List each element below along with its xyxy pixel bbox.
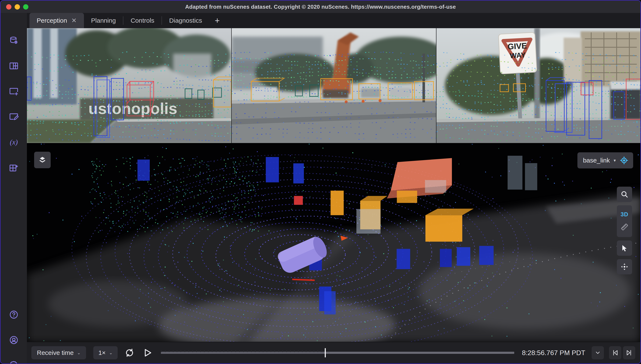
- tab-planning[interactable]: Planning: [84, 13, 123, 28]
- follow-target-icon[interactable]: [619, 156, 628, 165]
- settings-icon[interactable]: [8, 360, 19, 364]
- tab-perception[interactable]: Perception ✕: [30, 13, 84, 28]
- tab-perception-label: Perception: [37, 17, 67, 24]
- account-icon[interactable]: [8, 334, 19, 346]
- add-panel-icon[interactable]: [8, 86, 19, 97]
- tab-controls[interactable]: Controls: [123, 13, 162, 28]
- chevron-down-icon: ⌄: [77, 350, 81, 355]
- pan-tool-button[interactable]: [617, 259, 632, 274]
- chevron-down-icon: [594, 350, 601, 356]
- 3d-lidar-viewport[interactable]: base_link ▾ 3D: [27, 143, 640, 342]
- camera-view-front-left: ustonopolis: [27, 28, 231, 143]
- playhead[interactable]: [325, 348, 326, 358]
- move-icon: [620, 262, 629, 271]
- seek-backward-button[interactable]: [609, 346, 621, 359]
- camera-view-front: [232, 28, 436, 143]
- close-tab-icon[interactable]: ✕: [71, 17, 77, 24]
- data-source-icon[interactable]: [8, 35, 19, 46]
- window-title: Adapted from nuScenes dataset. Copyright…: [185, 4, 456, 10]
- panel-layout-icon[interactable]: [8, 60, 19, 72]
- seek-forward-button[interactable]: [623, 346, 635, 359]
- left-sidebar: (x): [1, 13, 27, 363]
- title-bar: Adapted from nuScenes dataset. Copyright…: [1, 1, 640, 13]
- add-layout-icon[interactable]: [8, 162, 19, 173]
- skip-forward-icon: [625, 349, 633, 356]
- content-area: Perception ✕ Planning Controls Diagnosti…: [27, 13, 640, 363]
- layers-button[interactable]: [34, 152, 51, 168]
- select-tool-button[interactable]: [617, 240, 632, 256]
- play-button[interactable]: [141, 347, 153, 359]
- camera-view-front-right: GIVE WAY: [436, 28, 641, 143]
- search-button[interactable]: [617, 187, 632, 202]
- close-window-button[interactable]: [6, 4, 12, 10]
- timestamp-mode-label: Receive time: [37, 349, 74, 356]
- search-icon: [620, 190, 629, 198]
- tab-bar: Perception ✕ Planning Controls Diagnosti…: [27, 13, 640, 28]
- frame-selector-value: base_link: [583, 157, 610, 164]
- chevron-down-icon: ⌄: [109, 350, 113, 355]
- play-icon: [142, 347, 153, 358]
- seek-event-ticks: [161, 350, 514, 352]
- minimize-window-button[interactable]: [15, 4, 20, 10]
- seek-bar[interactable]: [161, 347, 514, 359]
- camera-image-row: ustonopolis: [27, 28, 640, 143]
- tab-diagnostics[interactable]: Diagnostics: [162, 13, 209, 28]
- app-window: Adapted from nuScenes dataset. Copyright…: [0, 0, 641, 364]
- playback-bar: Receive time ⌄ 1× ⌄: [27, 342, 640, 363]
- loop-button[interactable]: [124, 347, 136, 359]
- 3d-mode-button[interactable]: 3D: [621, 211, 628, 218]
- edit-panel-icon[interactable]: [8, 111, 19, 122]
- measure-ruler-icon[interactable]: [620, 222, 629, 231]
- playback-speed-label: 1×: [98, 349, 106, 356]
- loop-icon: [124, 348, 135, 358]
- layers-icon: [38, 155, 47, 165]
- chevron-down-icon: ▾: [614, 158, 616, 163]
- skip-back-icon: [611, 349, 619, 356]
- zoom-window-button[interactable]: [23, 4, 29, 10]
- viewport-toolbar: 3D: [617, 187, 632, 274]
- traffic-lights: [6, 4, 29, 10]
- variables-icon[interactable]: (x): [8, 137, 19, 148]
- playback-speed-dropdown[interactable]: 1× ⌄: [93, 346, 118, 359]
- timestamp-mode-dropdown[interactable]: Receive time ⌄: [31, 346, 86, 359]
- add-tab-button[interactable]: +: [209, 13, 225, 28]
- timestamp-options-button[interactable]: [592, 346, 604, 359]
- current-timestamp: 8:28:56.767 PM PDT: [522, 349, 585, 357]
- svg-text:GIVE: GIVE: [507, 41, 527, 51]
- cursor-icon: [620, 244, 629, 252]
- frame-selector[interactable]: base_link ▾: [577, 152, 633, 168]
- help-icon[interactable]: [8, 309, 19, 320]
- view-mode-group: 3D: [617, 205, 632, 237]
